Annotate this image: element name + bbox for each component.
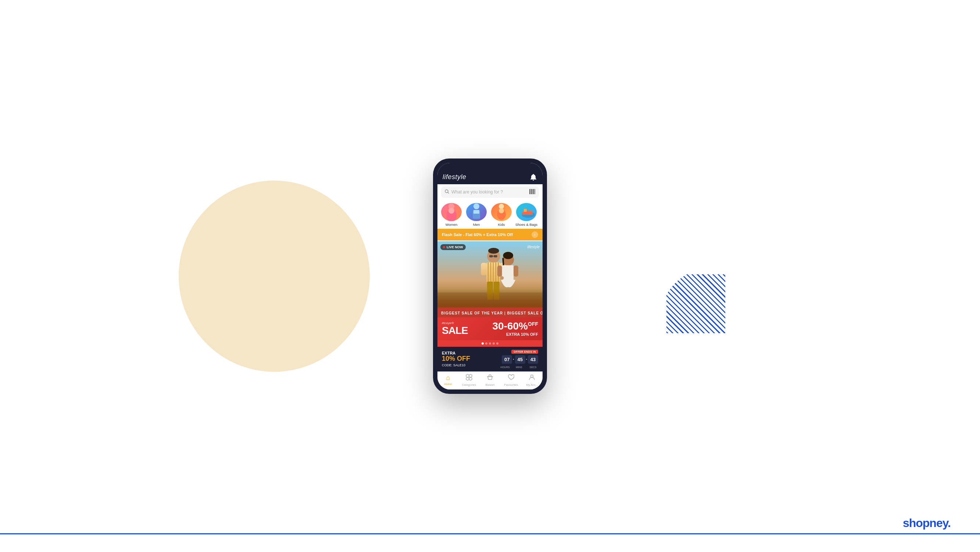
code-text: CODE: SALE10 (442, 363, 470, 367)
flash-sale-text: Flash Sale - Flat 60% + Extra 10% Off (442, 233, 513, 237)
nav-favourites[interactable]: Favourites (501, 374, 522, 386)
svg-rect-41 (514, 265, 518, 276)
svg-point-0 (445, 190, 448, 193)
bottom-line (0, 533, 980, 534)
category-kids-label: Kids (498, 222, 505, 227)
hours-block: 07 (502, 355, 512, 364)
sale-logo: lifestyle® (442, 321, 468, 325)
mins-block: 45 (515, 355, 525, 364)
live-couple-scene (438, 241, 542, 308)
secs-label: SECS (528, 366, 538, 369)
category-men[interactable]: Men (465, 203, 488, 227)
home-icon: ⌂ (446, 374, 450, 382)
svg-point-44 (469, 374, 472, 377)
svg-point-42 (500, 276, 504, 280)
svg-rect-21 (438, 292, 542, 307)
categories-icon (466, 374, 473, 383)
sale-left: lifestyle® SALE (442, 321, 468, 336)
favourites-label: Favourites (504, 383, 518, 386)
app-logo: lifestyle (442, 173, 466, 181)
category-men-label: Men (473, 222, 480, 227)
svg-rect-7 (534, 189, 535, 194)
svg-point-26 (488, 248, 499, 254)
categories-label: Categories (462, 383, 476, 386)
carousel-dot-4[interactable] (493, 342, 495, 345)
search-icon (445, 190, 449, 195)
category-men-image (466, 203, 487, 222)
svg-point-17 (499, 208, 504, 213)
sale-extra: EXTRA 10% OFF (492, 332, 538, 337)
search-bar[interactable]: What are you looking for ? (441, 187, 539, 198)
svg-rect-4 (531, 189, 532, 194)
category-women[interactable]: Women (440, 203, 463, 227)
svg-line-1 (448, 192, 449, 193)
category-shoes-image (516, 203, 537, 222)
svg-point-12 (474, 203, 479, 209)
carousel-dot-3[interactable] (489, 342, 491, 345)
nav-basket[interactable]: Basket (479, 374, 500, 386)
offer-ends-badge: OFFER ENDS IN (511, 350, 538, 354)
mins-label: MINS (514, 366, 524, 369)
account-label: My Acc... (526, 383, 538, 386)
live-watermark: lifestyle (528, 245, 539, 249)
sale-off-label: OFF (528, 321, 538, 327)
offer-strip: EXTRA 10% OFF CODE: SALE10 OFFER ENDS IN… (438, 347, 542, 372)
nav-account[interactable]: My Acc... (522, 374, 542, 386)
svg-rect-6 (533, 189, 534, 194)
nav-categories[interactable]: Categories (458, 374, 479, 386)
hours-label: HOURS (500, 366, 510, 369)
background-circle (179, 180, 370, 372)
discount-label: 10% OFF (442, 355, 470, 362)
phone-mockup: lifestyle What are you looking for ? (433, 158, 547, 394)
separator-1: · (513, 357, 514, 362)
svg-rect-23 (489, 255, 493, 257)
carousel-dot-5[interactable] (496, 342, 498, 345)
svg-point-15 (499, 204, 504, 209)
carousel-dots (438, 340, 542, 347)
scroll-text: BIGGEST SALE OF THE YEAR | BIGGEST SALE … (438, 311, 542, 315)
phone-frame: lifestyle What are you looking for ? (433, 158, 547, 394)
svg-rect-14 (474, 210, 479, 214)
sale-discount: 30-60%OFF (492, 321, 538, 331)
sale-right: 30-60%OFF EXTRA 10% OFF (492, 321, 538, 337)
label-sep-2 (525, 366, 527, 369)
svg-rect-8 (535, 189, 535, 194)
label-sep-1 (511, 366, 513, 369)
svg-rect-40 (497, 265, 502, 276)
category-kids[interactable]: Kids (490, 203, 513, 227)
svg-rect-35 (481, 263, 487, 276)
category-shoes[interactable]: Shoes & Bags (515, 203, 538, 227)
scroll-banner: BIGGEST SALE OF THE YEAR | BIGGEST SALE … (438, 308, 542, 317)
offer-left: EXTRA 10% OFF CODE: SALE10 (442, 351, 470, 367)
countdown-timer: 07 · 45 · 43 (502, 355, 538, 364)
live-dot (443, 246, 445, 248)
basket-label: Basket (485, 383, 495, 386)
bottom-nav: ⌂ Home Categories (438, 372, 542, 389)
phone-screen: lifestyle What are you looking for ? (438, 163, 542, 389)
live-badge-text: LIVE NOW (447, 245, 463, 249)
svg-point-45 (466, 377, 469, 380)
favourites-icon (508, 374, 514, 383)
svg-rect-2 (529, 189, 530, 194)
background-stripes (667, 274, 725, 333)
sale-banner: lifestyle® SALE 30-60%OFF EXTRA 10% OFF (438, 317, 542, 340)
category-women-image (441, 203, 462, 222)
flash-sale-arrow[interactable]: › (531, 231, 538, 238)
svg-rect-19 (524, 209, 527, 212)
svg-rect-33 (487, 282, 493, 300)
shopney-logo: shopney. (903, 516, 951, 530)
home-label: Home (444, 383, 452, 386)
flash-sale-banner[interactable]: Flash Sale - Flat 60% + Extra 10% Off › (438, 229, 542, 241)
phone-notch (474, 163, 506, 171)
carousel-dot-1[interactable] (482, 342, 484, 345)
carousel-dot-2[interactable] (485, 342, 487, 345)
notification-icon[interactable] (529, 173, 538, 181)
barcode-icon[interactable] (529, 189, 535, 195)
svg-rect-34 (494, 282, 500, 300)
svg-point-43 (466, 374, 469, 377)
search-placeholder: What are you looking for ? (452, 190, 527, 195)
svg-point-46 (469, 377, 472, 380)
sale-word: SALE (442, 325, 468, 336)
secs-block: 43 (528, 355, 538, 364)
nav-home[interactable]: ⌂ Home (438, 374, 458, 386)
